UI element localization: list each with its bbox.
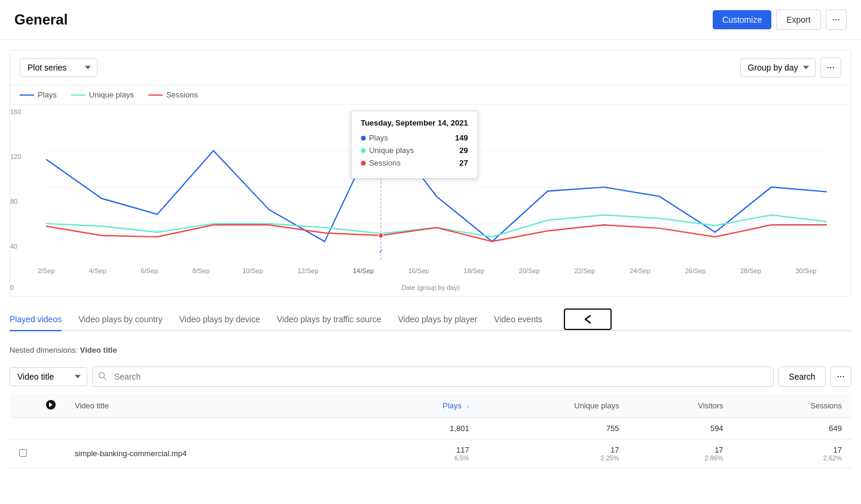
legend-plays-label: Plays bbox=[38, 90, 57, 99]
chart-area: 160 120 80 40 0 bbox=[10, 105, 851, 284]
x-label-28sep: 28/Sep bbox=[740, 267, 761, 274]
page-header: General Customize Export ··· bbox=[0, 0, 861, 40]
tab-arrow-box bbox=[564, 308, 612, 330]
table-row: simple-banking-commercial.mp4 117 6.5% 1… bbox=[10, 439, 851, 468]
totals-sessions: 649 bbox=[733, 418, 851, 439]
x-label-10sep: 10/Sep bbox=[242, 267, 263, 274]
totals-unique-plays: 755 bbox=[479, 418, 629, 439]
tooltip-row-plays: Plays 149 bbox=[361, 133, 468, 142]
x-label-2sep: 2/Sep bbox=[38, 267, 55, 274]
row-sessions: 17 2.62% bbox=[733, 439, 851, 468]
tab-video-events[interactable]: Video events bbox=[494, 308, 542, 331]
tooltip-sessions-dot bbox=[361, 161, 365, 166]
tab-by-player[interactable]: Video plays by player bbox=[398, 308, 478, 331]
x-label-18sep: 18/Sep bbox=[463, 267, 484, 274]
totals-visitors: 594 bbox=[629, 418, 733, 439]
tooltip-unique-value: 29 bbox=[459, 146, 468, 155]
plot-series-select[interactable]: Plot series bbox=[20, 58, 97, 77]
x-label-4sep: 4/Sep bbox=[89, 267, 106, 274]
tab-by-country[interactable]: Video plays by country bbox=[78, 308, 163, 331]
legend-unique-plays-line bbox=[71, 94, 86, 96]
tooltip-plays-value: 149 bbox=[455, 133, 468, 142]
search-icon bbox=[98, 372, 106, 382]
th-play-icon bbox=[36, 394, 65, 418]
th-checkbox bbox=[10, 394, 36, 418]
totals-plays: 1,801 bbox=[372, 418, 479, 439]
group-by-button[interactable]: Group by day bbox=[740, 58, 816, 77]
chart-toolbar: Plot series Group by day ··· bbox=[10, 50, 851, 85]
x-label-6sep: 6/Sep bbox=[141, 267, 158, 274]
data-table: Video title Plays ↓ Unique plays Visitor… bbox=[10, 394, 851, 468]
totals-row: 1,801 755 594 649 bbox=[10, 418, 851, 439]
legend-unique-plays-label: Unique plays bbox=[89, 90, 134, 99]
legend-plays: Plays bbox=[20, 90, 57, 99]
x-axis-title: Date (group by day) bbox=[10, 284, 851, 296]
th-sessions[interactable]: Sessions bbox=[733, 394, 851, 418]
legend-unique-plays: Unique plays bbox=[71, 90, 134, 99]
chart-more-button[interactable]: ··· bbox=[820, 57, 841, 78]
sessions-dot bbox=[378, 233, 383, 239]
row-icon-cell bbox=[36, 439, 65, 468]
search-input[interactable] bbox=[92, 366, 774, 387]
legend-sessions-label: Sessions bbox=[166, 90, 198, 99]
row-title: simple-banking-commercial.mp4 bbox=[65, 439, 372, 468]
row-checkbox[interactable] bbox=[19, 449, 27, 457]
header-more-button[interactable]: ··· bbox=[826, 10, 847, 30]
totals-checkbox-cell bbox=[10, 418, 36, 439]
th-unique-plays[interactable]: Unique plays bbox=[479, 394, 629, 418]
th-video-title[interactable]: Video title bbox=[65, 394, 372, 418]
dimension-select[interactable]: Video title bbox=[10, 367, 87, 386]
row-plays: 117 6.5% bbox=[372, 439, 479, 468]
legend-plays-line bbox=[20, 94, 34, 96]
x-axis: 2/Sep 4/Sep 6/Sep 8/Sep 10/Sep 12/Sep 14… bbox=[46, 267, 827, 274]
nested-dimensions-label: Nested dimensions: Video title bbox=[10, 341, 851, 359]
tooltip-sessions-label: Sessions bbox=[369, 158, 401, 167]
totals-icon-cell bbox=[36, 418, 65, 439]
tab-by-device[interactable]: Video plays by device bbox=[179, 308, 260, 331]
export-button[interactable]: Export bbox=[776, 10, 820, 30]
x-label-12sep: 12/Sep bbox=[298, 267, 319, 274]
unique-plays-line bbox=[46, 215, 827, 237]
tabs-section: Played videos Video plays by country Vid… bbox=[10, 308, 851, 331]
tooltip-date: Tuesday, September 14, 2021 bbox=[361, 118, 468, 127]
x-label-14sep: 14/Sep bbox=[353, 267, 374, 274]
row-visitors: 17 2.86% bbox=[629, 439, 733, 468]
play-icon bbox=[46, 400, 56, 410]
x-label-22sep: 22/Sep bbox=[574, 267, 595, 274]
search-button[interactable]: Search bbox=[778, 366, 825, 387]
chart-toolbar-right: Group by day ··· bbox=[740, 57, 841, 78]
y-label-40: 40 bbox=[10, 243, 17, 250]
table-header-row: Video title Plays ↓ Unique plays Visitor… bbox=[10, 394, 851, 418]
tooltip-row-sessions: Sessions 27 bbox=[361, 158, 468, 167]
customize-button[interactable]: Customize bbox=[713, 10, 771, 29]
arrow-left-icon bbox=[582, 315, 594, 323]
x-label-16sep: 16/Sep bbox=[408, 267, 429, 274]
x-label-30sep: 30/Sep bbox=[796, 267, 817, 274]
y-label-160: 160 bbox=[10, 108, 21, 115]
tooltip-sessions-value: 27 bbox=[459, 158, 468, 167]
tab-by-traffic[interactable]: Video plays by traffic source bbox=[277, 308, 381, 331]
svg-line-8 bbox=[104, 377, 106, 380]
table-more-button[interactable]: ··· bbox=[831, 366, 851, 387]
tabs-bar: Played videos Video plays by country Vid… bbox=[10, 308, 851, 331]
legend-sessions: Sessions bbox=[148, 90, 198, 99]
tooltip-plays-dot bbox=[361, 136, 365, 140]
header-actions: Customize Export ··· bbox=[713, 10, 847, 30]
x-label-20sep: 20/Sep bbox=[519, 267, 540, 274]
tooltip-unique-dot bbox=[361, 148, 365, 153]
y-label-120: 120 bbox=[10, 153, 21, 160]
chart-legend: Plays Unique plays Sessions bbox=[10, 85, 851, 105]
legend-sessions-line bbox=[148, 94, 163, 96]
th-visitors[interactable]: Visitors bbox=[629, 394, 733, 418]
totals-title-cell bbox=[65, 418, 372, 439]
table-section: Nested dimensions: Video title Video tit… bbox=[10, 341, 851, 468]
page-title: General bbox=[14, 11, 68, 28]
svg-text:✓: ✓ bbox=[378, 247, 383, 255]
x-label-26sep: 26/Sep bbox=[685, 267, 706, 274]
th-plays[interactable]: Plays ↓ bbox=[372, 394, 479, 418]
tooltip-unique-label: Unique plays bbox=[369, 146, 414, 155]
tab-played-videos[interactable]: Played videos bbox=[10, 308, 62, 331]
row-checkbox-cell bbox=[10, 439, 36, 468]
x-label-8sep: 8/Sep bbox=[193, 267, 210, 274]
chart-tooltip: Tuesday, September 14, 2021 Plays 149 Un… bbox=[350, 111, 478, 179]
